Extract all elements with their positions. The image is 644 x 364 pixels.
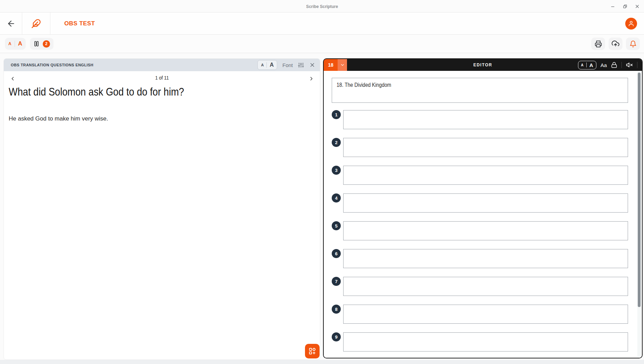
window-controls bbox=[609, 0, 641, 13]
editor-font-style-button[interactable]: Aa bbox=[601, 62, 607, 68]
editor-content: 18. The Divided Kingdom 1 2 3 4 5 6 7 8 … bbox=[324, 71, 642, 358]
verse-number-badge: 1 bbox=[332, 110, 341, 119]
back-button[interactable] bbox=[0, 13, 22, 34]
verse-number-badge: 9 bbox=[332, 332, 341, 341]
verse-text-field[interactable] bbox=[343, 249, 628, 268]
quill-feather-icon bbox=[31, 19, 41, 28]
verse-row: 5 bbox=[332, 221, 628, 240]
editor-header-controls: A A Aa bbox=[578, 59, 642, 71]
lock-icon[interactable] bbox=[611, 62, 617, 68]
verse-number-badge: 5 bbox=[332, 221, 341, 230]
verse-number-badge: 7 bbox=[332, 277, 341, 286]
group-divider bbox=[586, 63, 587, 67]
verse-row: 1 bbox=[332, 110, 628, 129]
print-button[interactable] bbox=[591, 38, 605, 50]
verse-row: 6 bbox=[332, 249, 628, 268]
app-logo bbox=[22, 13, 50, 34]
verse-text-field[interactable] bbox=[343, 166, 628, 185]
font-increase-button[interactable]: A bbox=[18, 40, 22, 47]
editor-panel: EDITOR 18 A A Aa 18. The D bbox=[323, 58, 643, 358]
add-resource-button[interactable] bbox=[305, 344, 320, 358]
close-window-button[interactable] bbox=[633, 2, 641, 10]
verse-text-field[interactable] bbox=[343, 305, 628, 324]
close-panel-icon[interactable] bbox=[309, 62, 315, 68]
resource-panel-controls: A A Font bbox=[257, 60, 315, 70]
editor-scrollbar-track bbox=[637, 72, 641, 357]
group-divider bbox=[266, 62, 267, 68]
main-toolbar: A A 2 bbox=[0, 35, 644, 53]
verse-row: 8 bbox=[332, 305, 628, 324]
answer-text: He asked God to make him very wise. bbox=[9, 115, 315, 122]
sliders-icon[interactable] bbox=[298, 62, 304, 68]
app-window: Scribe Scripture OBS TEST bbox=[0, 0, 644, 364]
verse-number-badge: 6 bbox=[332, 249, 341, 258]
verse-text-field[interactable] bbox=[343, 332, 628, 351]
group-divider bbox=[15, 41, 15, 47]
verse-number-badge: 4 bbox=[332, 193, 341, 202]
arrow-left-icon bbox=[7, 19, 16, 28]
grid-plus-icon bbox=[308, 347, 316, 355]
verse-number-badge: 3 bbox=[332, 166, 341, 175]
editor-font-increase-button[interactable]: A bbox=[589, 62, 593, 68]
verse-text-field[interactable] bbox=[343, 221, 628, 240]
layout-count-badge: 2 bbox=[43, 40, 50, 48]
verse-text-field[interactable] bbox=[343, 138, 628, 157]
columns-icon bbox=[33, 41, 40, 47]
cloud-sync-button[interactable] bbox=[609, 38, 622, 50]
resource-font-size-group: A A bbox=[257, 60, 277, 70]
verse-row: 2 bbox=[332, 138, 628, 157]
resource-panel-header: OBS TRANSLATION QUESTIONS ENGLISH A A Fo… bbox=[4, 59, 320, 71]
window-title: Scribe Scripture bbox=[0, 0, 644, 13]
question-text: What did Solomon ask God to do for him? bbox=[9, 86, 315, 98]
restore-button[interactable] bbox=[621, 2, 629, 10]
font-size-group: A A bbox=[5, 38, 26, 50]
notifications-button[interactable] bbox=[626, 38, 640, 50]
font-decrease-button[interactable]: A bbox=[8, 41, 11, 46]
verse-rows: 1 2 3 4 5 6 7 8 9 bbox=[332, 110, 628, 351]
minimize-button[interactable] bbox=[609, 2, 617, 10]
resource-panel: OBS TRANSLATION QUESTIONS ENGLISH A A Fo… bbox=[3, 58, 320, 360]
editor-header: EDITOR 18 A A Aa bbox=[324, 59, 642, 71]
bottom-strip bbox=[0, 360, 644, 364]
verse-text-field[interactable] bbox=[343, 110, 628, 129]
layout-switcher[interactable]: 2 bbox=[30, 38, 53, 50]
app-header: OBS TEST bbox=[0, 13, 644, 35]
printer-icon bbox=[595, 40, 602, 48]
chevron-right-icon bbox=[308, 76, 314, 82]
verse-text-field[interactable] bbox=[343, 277, 628, 296]
resource-panel-title: OBS TRANSLATION QUESTIONS ENGLISH bbox=[11, 63, 93, 67]
toolbar-right-group bbox=[591, 38, 640, 50]
editor-scrollbar-thumb[interactable] bbox=[638, 73, 641, 307]
account-avatar[interactable] bbox=[625, 18, 637, 30]
verse-row: 7 bbox=[332, 277, 628, 296]
resource-font-menu[interactable]: Font bbox=[282, 62, 293, 68]
pagination-label: 1 of 11 bbox=[4, 75, 320, 81]
minimize-icon bbox=[610, 3, 616, 9]
cloud-upload-icon bbox=[612, 40, 619, 48]
volume-muted-icon[interactable] bbox=[626, 61, 633, 68]
resource-navigation: 1 of 11 bbox=[4, 74, 320, 84]
os-titlebar: Scribe Scripture bbox=[0, 0, 644, 13]
bell-icon bbox=[629, 40, 637, 48]
story-title-field[interactable]: 18. The Divided Kingdom bbox=[332, 78, 628, 103]
editor-font-decrease-button[interactable]: A bbox=[581, 63, 584, 67]
user-icon bbox=[628, 20, 634, 27]
verse-number-badge: 8 bbox=[332, 305, 341, 314]
verse-number-badge: 2 bbox=[332, 138, 341, 147]
next-question-button[interactable] bbox=[307, 74, 316, 83]
verse-row: 9 bbox=[332, 332, 628, 351]
controls-divider bbox=[621, 62, 622, 68]
verse-text-field[interactable] bbox=[343, 193, 628, 213]
editor-font-size-group: A A bbox=[578, 61, 596, 69]
restore-window-icon bbox=[622, 4, 628, 9]
resource-font-increase-button[interactable]: A bbox=[270, 62, 274, 68]
verse-row: 4 bbox=[332, 193, 628, 213]
project-title: OBS TEST bbox=[50, 20, 95, 27]
resource-font-decrease-button[interactable]: A bbox=[261, 63, 264, 67]
close-icon bbox=[635, 4, 640, 9]
controls-divider bbox=[637, 62, 637, 68]
verse-row: 3 bbox=[332, 166, 628, 185]
